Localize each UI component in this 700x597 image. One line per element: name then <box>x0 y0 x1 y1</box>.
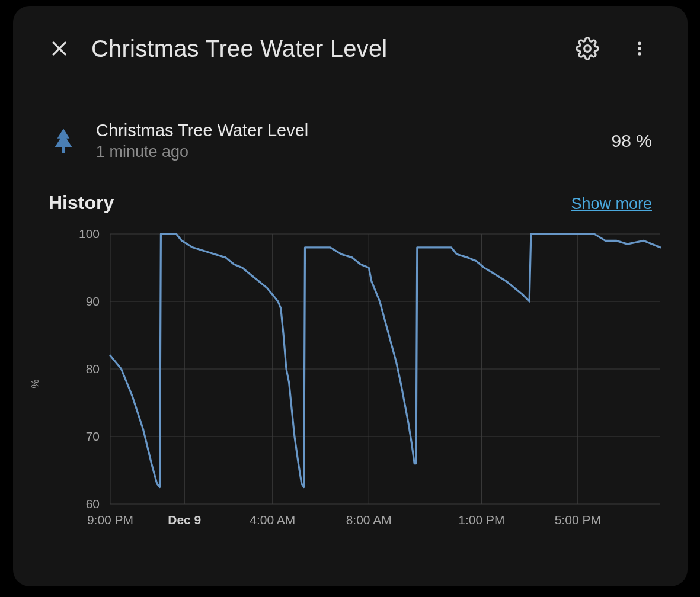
svg-text:1:00 PM: 1:00 PM <box>458 513 504 527</box>
show-more-link[interactable]: Show more <box>571 195 652 213</box>
header-actions <box>574 35 664 62</box>
settings-button[interactable] <box>574 35 601 62</box>
svg-text:60: 60 <box>86 497 100 511</box>
svg-text:90: 90 <box>86 294 100 308</box>
history-header: History Show more <box>13 161 688 214</box>
dialog-card: Christmas Tree Water Level <box>13 6 688 586</box>
svg-text:9:00 PM: 9:00 PM <box>87 513 133 527</box>
tree-icon <box>49 126 78 156</box>
svg-point-5 <box>638 52 641 56</box>
gear-icon <box>576 37 599 60</box>
svg-point-3 <box>638 41 641 45</box>
chart-svg: 60708090100 9:00 PMDec 94:00 AM8:00 AM1:… <box>34 227 666 541</box>
more-button[interactable] <box>626 35 653 62</box>
svg-text:80: 80 <box>86 362 100 375</box>
entity-value: 98 % <box>612 131 652 151</box>
svg-text:Dec 9: Dec 9 <box>168 513 201 527</box>
dialog-title: Christmas Tree Water Level <box>91 36 557 62</box>
svg-text:4:00 AM: 4:00 AM <box>250 513 295 527</box>
more-vert-icon <box>631 37 648 60</box>
history-chart[interactable]: % 60708090100 9:00 PMDec 94:00 AM8:00 AM… <box>34 227 666 541</box>
svg-point-4 <box>638 47 641 50</box>
entity-last-updated: 1 minute ago <box>96 143 612 161</box>
close-button[interactable] <box>44 33 75 64</box>
close-icon <box>49 38 69 59</box>
svg-text:70: 70 <box>86 429 100 443</box>
dialog-header: Christmas Tree Water Level <box>13 6 688 64</box>
history-title: History <box>49 192 114 214</box>
svg-point-2 <box>584 46 591 52</box>
entity-text: Christmas Tree Water Level 1 minute ago <box>96 121 612 161</box>
entity-name: Christmas Tree Water Level <box>96 121 612 140</box>
svg-text:5:00 PM: 5:00 PM <box>555 513 601 527</box>
svg-text:8:00 AM: 8:00 AM <box>346 513 392 527</box>
svg-text:100: 100 <box>79 227 100 240</box>
entity-summary: Christmas Tree Water Level 1 minute ago … <box>13 64 688 161</box>
